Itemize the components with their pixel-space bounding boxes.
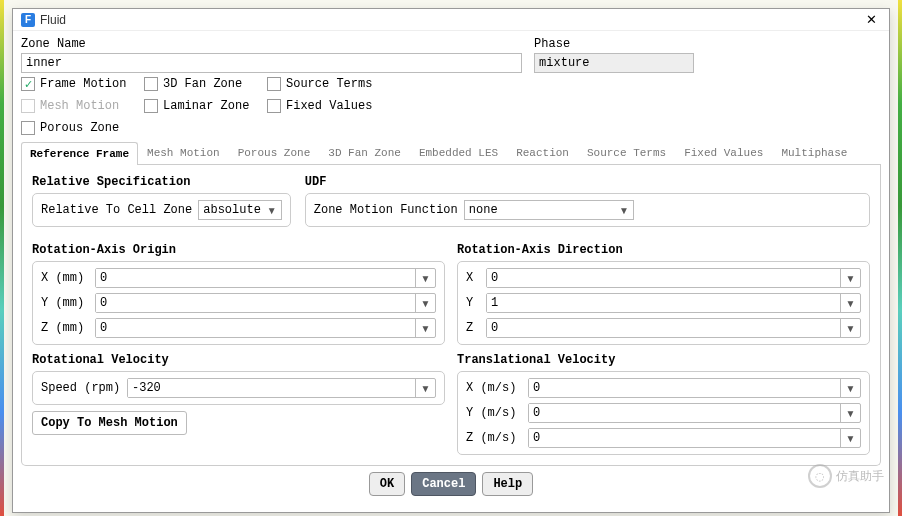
chevron-down-icon[interactable]: ▼ <box>840 294 860 312</box>
udf-label: Zone Motion Function <box>314 203 458 217</box>
rot-origin-z-input[interactable]: ▼ <box>95 318 436 338</box>
check-fixed-values[interactable]: Fixed Values <box>267 99 382 113</box>
cancel-button[interactable]: Cancel <box>411 472 476 496</box>
tab-fixed-values[interactable]: Fixed Values <box>675 141 772 164</box>
rot-vel-speed-label: Speed (rpm) <box>41 381 121 395</box>
titlebar: F Fluid ✕ <box>13 9 889 31</box>
check-frame-motion[interactable]: ✓ Frame Motion <box>21 77 136 91</box>
phase-label: Phase <box>534 37 881 51</box>
trans-vel-y-input[interactable]: ▼ <box>528 403 861 423</box>
rot-origin-title: Rotation-Axis Origin <box>32 243 445 257</box>
tabstrip: Reference Frame Mesh Motion Porous Zone … <box>21 141 881 165</box>
rot-dir-x-input[interactable]: ▼ <box>486 268 861 288</box>
chevron-down-icon: ▼ <box>267 205 277 216</box>
check-laminar-zone[interactable]: Laminar Zone <box>144 99 259 113</box>
rot-origin-y-label: Y (mm) <box>41 296 89 310</box>
chevron-down-icon[interactable]: ▼ <box>415 269 435 287</box>
trans-vel-z-input[interactable]: ▼ <box>528 428 861 448</box>
trans-vel-x-input[interactable]: ▼ <box>528 378 861 398</box>
reference-frame-panel: Relative Specification Relative To Cell … <box>21 165 881 466</box>
rot-dir-z-label: Z <box>466 321 480 335</box>
relative-spec-label: Relative To Cell Zone <box>41 203 192 217</box>
udf-dropdown[interactable]: none ▼ <box>464 200 634 220</box>
phase-input[interactable] <box>534 53 694 73</box>
check-mesh-motion: Mesh Motion <box>21 99 136 113</box>
relative-spec-title: Relative Specification <box>32 175 291 189</box>
rot-dir-z-input[interactable]: ▼ <box>486 318 861 338</box>
chevron-down-icon[interactable]: ▼ <box>840 319 860 337</box>
ok-button[interactable]: OK <box>369 472 405 496</box>
trans-vel-title: Translational Velocity <box>457 353 870 367</box>
rot-vel-speed-input[interactable]: ▼ <box>127 378 436 398</box>
fluid-dialog: F Fluid ✕ Zone Name Phase ✓ Frame Motion… <box>12 8 890 513</box>
tab-mesh-motion[interactable]: Mesh Motion <box>138 141 229 164</box>
window-title: Fluid <box>40 13 862 27</box>
udf-title: UDF <box>305 175 870 189</box>
tab-reference-frame[interactable]: Reference Frame <box>21 142 138 165</box>
rot-vel-title: Rotational Velocity <box>32 353 445 367</box>
chevron-down-icon[interactable]: ▼ <box>415 319 435 337</box>
trans-vel-x-label: X (m/s) <box>466 381 522 395</box>
copy-to-mesh-motion-button[interactable]: Copy To Mesh Motion <box>32 411 187 435</box>
zone-name-label: Zone Name <box>21 37 522 51</box>
rot-origin-x-input[interactable]: ▼ <box>95 268 436 288</box>
close-icon[interactable]: ✕ <box>862 12 881 27</box>
zone-name-input[interactable] <box>21 53 522 73</box>
trans-vel-z-label: Z (m/s) <box>466 431 522 445</box>
help-button[interactable]: Help <box>482 472 533 496</box>
chevron-down-icon[interactable]: ▼ <box>415 294 435 312</box>
rot-dir-y-input[interactable]: ▼ <box>486 293 861 313</box>
tab-porous-zone[interactable]: Porous Zone <box>229 141 320 164</box>
dialog-footer: OK Cancel Help <box>21 466 881 504</box>
tab-embedded-les[interactable]: Embedded LES <box>410 141 507 164</box>
tab-3d-fan-zone[interactable]: 3D Fan Zone <box>319 141 410 164</box>
rot-dir-x-label: X <box>466 271 480 285</box>
app-icon: F <box>21 13 35 27</box>
option-checks: ✓ Frame Motion 3D Fan Zone Source Terms … <box>21 77 881 135</box>
chevron-down-icon[interactable]: ▼ <box>840 269 860 287</box>
relative-spec-dropdown[interactable]: absolute ▼ <box>198 200 282 220</box>
rot-origin-y-input[interactable]: ▼ <box>95 293 436 313</box>
rot-origin-x-label: X (mm) <box>41 271 89 285</box>
tab-reaction[interactable]: Reaction <box>507 141 578 164</box>
chevron-down-icon[interactable]: ▼ <box>840 379 860 397</box>
check-source-terms[interactable]: Source Terms <box>267 77 382 91</box>
tab-source-terms[interactable]: Source Terms <box>578 141 675 164</box>
chevron-down-icon: ▼ <box>619 205 629 216</box>
check-porous-zone[interactable]: Porous Zone <box>21 121 136 135</box>
trans-vel-y-label: Y (m/s) <box>466 406 522 420</box>
rot-origin-z-label: Z (mm) <box>41 321 89 335</box>
rot-dir-title: Rotation-Axis Direction <box>457 243 870 257</box>
check-3d-fan-zone[interactable]: 3D Fan Zone <box>144 77 259 91</box>
rot-dir-y-label: Y <box>466 296 480 310</box>
chevron-down-icon[interactable]: ▼ <box>840 429 860 447</box>
chevron-down-icon[interactable]: ▼ <box>840 404 860 422</box>
tab-multiphase[interactable]: Multiphase <box>772 141 856 164</box>
chevron-down-icon[interactable]: ▼ <box>415 379 435 397</box>
